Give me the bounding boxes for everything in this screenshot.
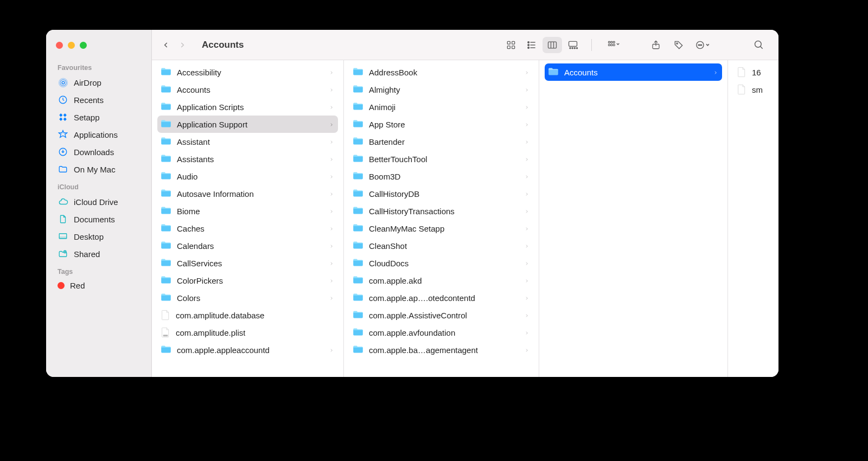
- list-item[interactable]: com.apple.appleaccountd: [157, 341, 338, 358]
- sidebar-item-setapp[interactable]: Setapp: [46, 108, 151, 126]
- item-label: CallHistoryTransactions: [369, 207, 455, 216]
- group-by-button[interactable]: [601, 37, 627, 53]
- item-label: Assistant: [177, 137, 210, 146]
- column-4[interactable]: 16 sm: [728, 60, 778, 377]
- sidebar-item-documents[interactable]: Documents: [46, 210, 151, 228]
- sidebar-item-recents[interactable]: Recents: [46, 91, 151, 108]
- list-item[interactable]: Assistant: [157, 133, 338, 150]
- view-list-button[interactable]: [522, 37, 541, 53]
- chevron-right-icon: [525, 189, 529, 199]
- list-item[interactable]: Almighty: [349, 81, 533, 98]
- sidebar-item-desktop[interactable]: Desktop: [46, 228, 151, 245]
- cloud-icon: [58, 196, 68, 207]
- list-item[interactable]: CallHistoryDB: [349, 185, 533, 202]
- item-label: 16: [752, 68, 761, 77]
- view-columns-button[interactable]: [542, 37, 562, 53]
- list-item[interactable]: CleanShot: [349, 237, 533, 254]
- share-button[interactable]: [646, 37, 666, 53]
- sidebar-item-downloads[interactable]: Downloads: [46, 143, 151, 161]
- close-button[interactable]: [56, 42, 63, 49]
- item-icon: [353, 206, 363, 216]
- minimize-button[interactable]: [68, 42, 75, 49]
- forward-button[interactable]: [176, 39, 189, 52]
- sidebar-item-label: Desktop: [74, 232, 104, 241]
- sidebar-item-tag-red[interactable]: Red: [46, 278, 151, 293]
- fullscreen-button[interactable]: [80, 42, 87, 49]
- list-item[interactable]: CallServices: [157, 254, 338, 272]
- sidebar-item-icloud-drive[interactable]: iCloud Drive: [46, 193, 151, 210]
- item-icon: [161, 276, 171, 286]
- sidebar-item-onmymac[interactable]: On My Mac: [46, 161, 151, 178]
- search-button[interactable]: [749, 37, 769, 53]
- item-icon: [353, 67, 363, 78]
- list-item[interactable]: AddressBook: [349, 63, 533, 81]
- view-gallery-button[interactable]: [563, 37, 583, 53]
- list-item[interactable]: BetterTouchTool: [349, 150, 533, 168]
- item-icon: [161, 154, 171, 164]
- item-icon: [161, 258, 171, 268]
- item-icon: [548, 67, 559, 78]
- chevron-right-icon: [525, 155, 529, 164]
- back-button[interactable]: [159, 39, 173, 52]
- list-item[interactable]: com.apple.AssistiveControl: [349, 306, 533, 324]
- tags-button[interactable]: [669, 37, 688, 53]
- sidebar-item-applications[interactable]: Applications: [46, 126, 151, 143]
- list-item[interactable]: App Store: [349, 116, 533, 133]
- svg-point-23: [574, 47, 575, 48]
- chevron-right-icon: [329, 103, 334, 112]
- svg-rect-20: [569, 41, 577, 46]
- list-item[interactable]: Colors: [157, 289, 338, 306]
- list-item[interactable]: 16: [733, 63, 773, 81]
- list-item[interactable]: Accessibility: [157, 63, 338, 81]
- list-item[interactable]: com.apple.akd: [349, 272, 533, 289]
- sidebar-item-shared[interactable]: Shared: [46, 245, 151, 262]
- list-item[interactable]: com.apple.ba…agementagent: [349, 341, 533, 358]
- svg-point-17: [528, 44, 529, 46]
- list-item[interactable]: Caches: [157, 220, 338, 237]
- actions-button[interactable]: [692, 37, 716, 53]
- svg-rect-7: [63, 118, 67, 121]
- setapp-icon: [58, 112, 68, 123]
- chevron-right-icon: [525, 311, 529, 320]
- list-item[interactable]: Accounts: [157, 81, 338, 98]
- item-icon: [353, 171, 363, 182]
- column-3[interactable]: Accounts: [539, 60, 728, 377]
- list-item[interactable]: Biome: [157, 202, 338, 220]
- list-item[interactable]: com.amplitude.database: [157, 306, 338, 324]
- list-item[interactable]: Assistants: [157, 150, 338, 168]
- list-item[interactable]: Boom3D: [349, 168, 533, 185]
- list-item[interactable]: Application Scripts: [157, 98, 338, 116]
- svg-point-1: [60, 79, 66, 85]
- list-item[interactable]: Accounts: [545, 63, 722, 81]
- item-label: com.apple.appleaccountd: [177, 345, 270, 355]
- list-item[interactable]: ColorPickers: [157, 272, 338, 289]
- list-item[interactable]: com.apple.avfoundation: [349, 324, 533, 341]
- list-item[interactable]: CallHistoryTransactions: [349, 202, 533, 220]
- sidebar-item-airdrop[interactable]: AirDrop: [46, 74, 151, 91]
- list-item[interactable]: Bartender: [349, 133, 533, 150]
- chevron-right-icon: [329, 137, 334, 146]
- item-label: Boom3D: [369, 172, 400, 181]
- list-item[interactable]: CleanMyMac Setapp: [349, 220, 533, 237]
- applications-icon: [58, 129, 68, 140]
- list-item[interactable]: Application Support: [157, 116, 338, 133]
- sidebar-section-tags: Tags: [46, 262, 151, 278]
- list-item[interactable]: com.amplitude.plist: [157, 324, 338, 341]
- item-icon: [161, 293, 171, 303]
- item-label: com.amplitude.plist: [176, 328, 245, 337]
- item-icon: [161, 85, 171, 95]
- chevron-right-icon: [329, 85, 334, 94]
- svg-rect-27: [613, 41, 615, 43]
- list-item[interactable]: CloudDocs: [349, 254, 533, 272]
- list-item[interactable]: Audio: [157, 168, 338, 185]
- list-item[interactable]: Autosave Information: [157, 185, 338, 202]
- list-item[interactable]: com.apple.ap….otedcontentd: [349, 289, 533, 306]
- column-1[interactable]: Accessibility Accounts Application Scrip…: [152, 60, 344, 377]
- finder-window: Favourites AirDrop Recents Setapp Applic…: [46, 30, 778, 377]
- list-item[interactable]: Animoji: [349, 98, 533, 116]
- chevron-right-icon: [525, 224, 529, 233]
- list-item[interactable]: Calendars: [157, 237, 338, 254]
- view-icons-button[interactable]: [501, 37, 521, 53]
- list-item[interactable]: sm: [733, 81, 773, 98]
- column-2[interactable]: AddressBook Almighty Animoji App Store: [344, 60, 539, 377]
